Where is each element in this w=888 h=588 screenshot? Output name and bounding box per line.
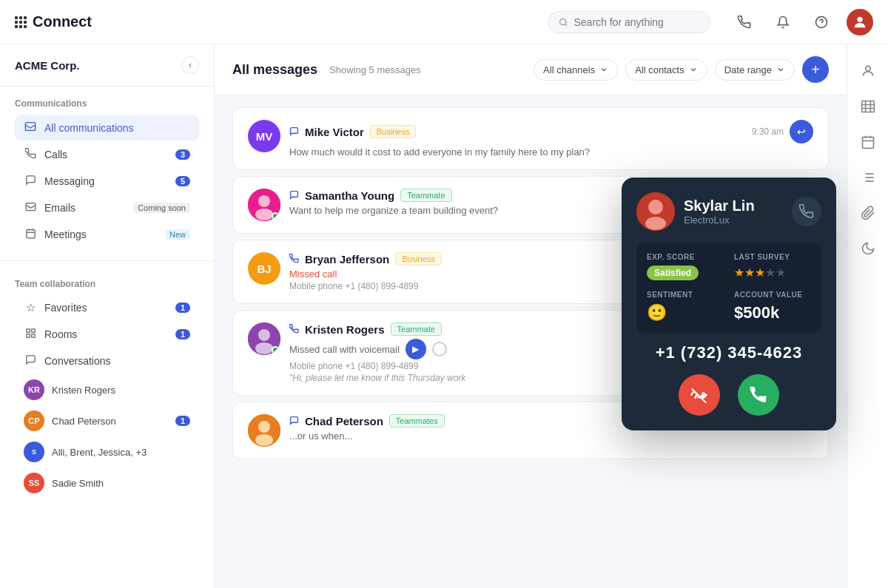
sidebar-collapse-btn[interactable]: ‹	[181, 56, 199, 74]
right-icon-building[interactable]	[853, 92, 883, 121]
messaging-badge: 5	[175, 176, 190, 186]
sidebar-header: ACME Corp. ‹	[0, 44, 214, 87]
emails-coming-soon-badge: Coming soon	[133, 203, 190, 213]
user-avatar[interactable]	[847, 9, 873, 36]
conv-avatar-chad: CP	[24, 410, 44, 431]
svg-rect-25	[862, 137, 873, 148]
svg-point-21	[258, 421, 270, 433]
favorites-icon: ☆	[24, 301, 37, 314]
help-icon-btn[interactable]	[808, 9, 835, 36]
name-kristen-rogers: Kristen Rogers	[305, 323, 385, 336]
chevron-down-icon-3	[776, 65, 785, 74]
favorites-label: Favorites	[44, 302, 168, 314]
name-samantha-young: Samantha Young	[305, 189, 394, 202]
preview-chad-peterson: ...or us when...	[289, 430, 813, 442]
sidebar-item-meetings[interactable]: Meetings New	[15, 222, 199, 247]
svg-point-37	[645, 217, 666, 230]
time-mike-victor: 9:30 am	[752, 126, 784, 137]
rooms-label: Rooms	[44, 328, 168, 340]
avatar-samantha-young	[248, 189, 280, 221]
sidebar-item-calls[interactable]: Calls 3	[15, 142, 199, 167]
all-contacts-filter[interactable]: All contacts	[625, 59, 707, 81]
right-icon-person[interactable]	[853, 56, 883, 86]
team-title: Team collaboration	[15, 279, 199, 289]
play-voicemail-btn[interactable]: ▶	[406, 339, 426, 359]
meetings-icon	[24, 228, 37, 241]
svg-point-3	[857, 16, 862, 21]
all-contacts-label: All contacts	[635, 64, 684, 75]
date-range-label: Date range	[724, 64, 772, 75]
right-icon-paperclip[interactable]	[853, 198, 883, 228]
accept-icon	[750, 386, 767, 404]
communications-title: Communications	[15, 98, 199, 109]
accept-call-btn[interactable]	[738, 374, 779, 416]
calls-label: Calls	[44, 149, 168, 160]
add-message-btn[interactable]: +	[802, 56, 829, 83]
rooms-badge: 1	[175, 329, 190, 339]
search-bar[interactable]	[548, 11, 710, 33]
right-icon-moon[interactable]	[853, 234, 883, 263]
call-popup-header: Skylar Lin ElectroLux	[636, 192, 821, 231]
channel-icon-msg-3	[289, 416, 299, 425]
all-channels-filter[interactable]: All channels	[534, 59, 618, 81]
channel-icon-call	[289, 254, 299, 263]
communications-section: Communications All communications Calls …	[0, 87, 214, 254]
bell-icon-btn[interactable]	[770, 9, 796, 36]
right-icon-list[interactable]	[853, 163, 883, 192]
svg-point-16	[255, 209, 273, 220]
user-avatar-wrapper[interactable]	[847, 9, 873, 36]
exp-score-label: EXP. SCORE	[647, 253, 724, 261]
conv-avatar-group: S	[24, 442, 44, 462]
tag-bryan-jefferson: Business	[395, 252, 442, 266]
sidebar-item-favorites[interactable]: ☆ Favorites 1	[15, 295, 199, 320]
main-layout: ACME Corp. ‹ Communications All communic…	[0, 44, 888, 588]
svg-rect-4	[25, 123, 35, 131]
calls-icon	[24, 148, 37, 161]
help-icon	[815, 16, 828, 29]
chevron-down-icon-2	[689, 65, 698, 74]
call-contact-info: Skylar Lin ElectroLux	[684, 197, 755, 226]
date-range-filter[interactable]: Date range	[715, 59, 795, 81]
topbar: Connect	[0, 0, 888, 44]
right-panel	[847, 44, 888, 588]
sidebar-item-messaging[interactable]: Messaging 5	[15, 169, 199, 194]
phone-icon-btn[interactable]	[731, 9, 758, 36]
conv-group[interactable]: S Alli, Brent, Jessica, +3	[15, 437, 199, 467]
meetings-label: Meetings	[44, 229, 158, 240]
conv-sadie-smith[interactable]: SS Sadie Smith	[15, 468, 199, 498]
channel-icon-msg	[289, 126, 299, 136]
sidebar-item-rooms[interactable]: Rooms 1	[15, 322, 199, 347]
conv-kristen-rogers[interactable]: KR Kristen Rogers	[15, 375, 199, 405]
sidebar-item-conversations[interactable]: Conversations	[15, 348, 199, 374]
tag-samantha-young: Teammate	[400, 189, 451, 202]
channel-icon-msg-2	[289, 190, 299, 200]
call-phone-icon-btn[interactable]	[792, 197, 821, 226]
last-survey-section: LAST SURVEY ★★★★★	[734, 253, 811, 280]
sidebar-item-all-communications[interactable]: All communications	[15, 115, 199, 141]
messaging-label: Messaging	[44, 175, 168, 187]
decline-call-btn[interactable]	[679, 374, 720, 416]
conversations-icon	[24, 354, 37, 368]
reply-btn-mike-victor[interactable]: ↩	[790, 120, 813, 143]
app-title: Connect	[33, 13, 92, 30]
svg-rect-11	[31, 329, 34, 332]
conv-name-chad: Chad Peterson	[52, 416, 168, 427]
messages-count: Showing 5 messages	[329, 64, 421, 75]
right-icon-calendar[interactable]	[853, 127, 883, 157]
svg-rect-13	[31, 334, 34, 337]
phone-icon	[738, 16, 751, 29]
preview-kristen-rogers: Missed call with voicemail	[289, 344, 400, 355]
search-input[interactable]	[574, 16, 699, 28]
account-value: $500k	[734, 303, 779, 322]
conv-badge-chad: 1	[175, 416, 190, 426]
conv-chad-peterson[interactable]: CP Chad Peterson 1	[15, 406, 199, 436]
message-card-mike-victor[interactable]: MV Mike Victor Business 9:30 am ↩	[232, 107, 829, 170]
sentiment-emoji: 🙂	[647, 303, 667, 322]
avatar-kristen-rogers	[248, 322, 280, 355]
svg-point-0	[560, 18, 566, 24]
survey-stars: ★★★★★	[734, 266, 811, 280]
emails-icon	[24, 201, 37, 214]
search-icon	[559, 17, 568, 27]
sidebar-item-emails[interactable]: Emails Coming soon	[15, 195, 199, 220]
chevron-down-icon	[599, 65, 608, 74]
